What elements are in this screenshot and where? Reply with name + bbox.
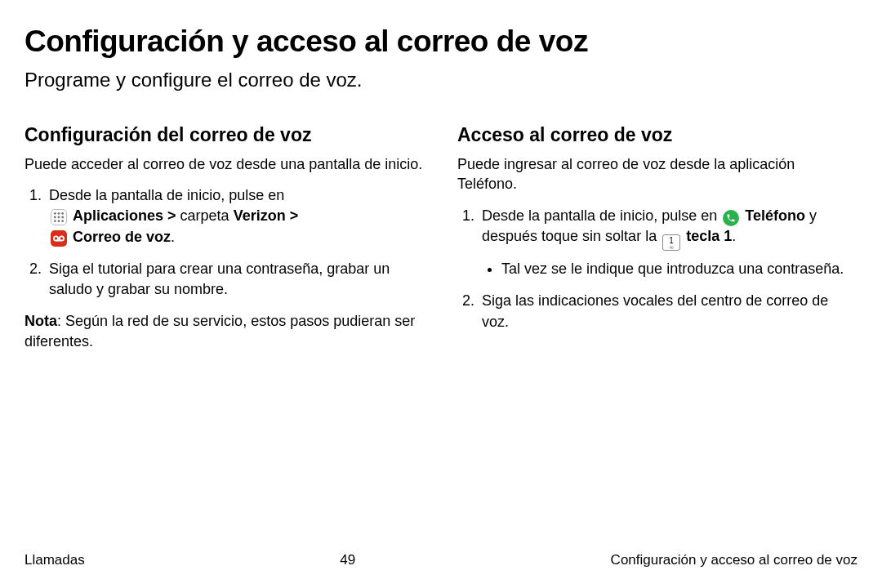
svg-point-1 [58,212,60,215]
svg-point-2 [61,212,64,215]
right-heading: Acceso al correo de voz [457,124,858,146]
voicemail-icon [51,230,67,247]
left-intro: Puede acceder al correo de voz desde una… [24,154,425,174]
chevron-icon: > [290,207,299,224]
svg-point-6 [54,220,56,223]
right-bullet-1: Tal vez se le indique que introduzca una… [501,259,858,279]
verizon-label: Verizon [234,207,286,224]
left-step-2: Siga el tutorial para crear una contrase… [46,259,425,300]
right-step-1: Desde la pantalla de inicio, pulse en Te… [479,206,858,280]
tecla1-label: tecla 1 [686,228,732,244]
telefono-label: Teléfono [745,207,805,224]
key-1-icon: 1∞ [662,234,680,251]
chevron-icon: > [167,207,176,224]
left-steps: Desde la pantalla de inicio, pulse en Ap… [24,185,425,300]
left-note: Nota: Según la red de su servicio, estos… [24,311,425,351]
footer-left: Llamadas [24,552,85,568]
phone-icon [723,210,739,226]
apps-grid-icon [51,209,67,225]
footer-right: Configuración y acceso al correo de voz [611,552,858,568]
left-column: Configuración del correo de voz Puede ac… [24,124,425,363]
svg-point-7 [58,220,60,223]
right-intro: Puede ingresar al correo de voz desde la… [457,154,858,194]
svg-point-8 [61,220,64,223]
content-columns: Configuración del correo de voz Puede ac… [24,124,858,363]
left-heading: Configuración del correo de voz [24,124,425,146]
svg-point-0 [54,212,56,215]
right-step-2: Siga las indicaciones vocales del centro… [479,291,858,332]
svg-point-3 [54,216,56,219]
carpeta-text: carpeta [176,207,234,224]
apps-label: Aplicaciones [73,207,163,224]
svg-point-4 [58,216,60,219]
right-column: Acceso al correo de voz Puede ingresar a… [457,124,858,363]
period: . [732,228,736,244]
left-step-1: Desde la pantalla de inicio, pulse en Ap… [46,185,425,247]
right-sublist: Tal vez se le indique que introduzca una… [482,259,858,279]
right-steps: Desde la pantalla de inicio, pulse en Te… [457,206,858,332]
svg-point-5 [61,216,64,219]
period: . [171,229,175,245]
note-label: Nota [24,313,57,329]
left-step1-pre: Desde la pantalla de inicio, pulse en [49,187,284,203]
page-footer: Llamadas 49 Configuración y acceso al co… [24,552,858,568]
r-step1-a: Desde la pantalla de inicio, pulse en [482,207,721,224]
page-subtitle: Programe y configure el correo de voz. [24,69,858,91]
page-title: Configuración y acceso al correo de voz [24,24,858,59]
footer-page-number: 49 [340,552,355,568]
note-text: : Según la red de su servicio, estos pas… [24,313,415,349]
correo-voz-label: Correo de voz [73,229,171,245]
